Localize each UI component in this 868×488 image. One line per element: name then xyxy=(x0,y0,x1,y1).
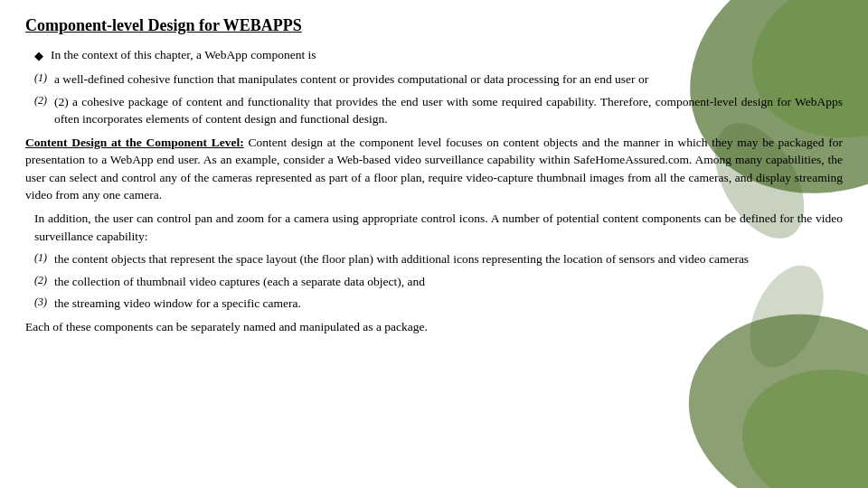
item-3-num: (3) xyxy=(34,296,54,309)
diamond-icon: ◆ xyxy=(34,49,43,63)
list-item: (2) the collection of thumbnail video ca… xyxy=(34,273,843,291)
closing-paragraph: Each of these components can be separate… xyxy=(25,318,843,336)
list-item: (3) the streaming video window for a spe… xyxy=(34,295,843,313)
addition-paragraph: In addition, the user can control pan an… xyxy=(34,210,843,245)
item-1-num: (1) xyxy=(34,71,54,85)
list-item: (2) (2) a cohesive package of content an… xyxy=(34,93,843,128)
item-2-num: (2) xyxy=(34,94,54,108)
item-1-text: the content objects that represent the s… xyxy=(54,250,843,268)
list-item: (1) the content objects that represent t… xyxy=(34,250,843,268)
list-item: (1) a well-defined cohesive function tha… xyxy=(34,70,843,89)
numbered-list-2: (1) the content objects that represent t… xyxy=(34,250,843,313)
intro-bullet: ◆ In the context of this chapter, a WebA… xyxy=(34,48,843,63)
item-1-num: (1) xyxy=(34,251,54,265)
content-design-paragraph: Content Design at the Component Level: C… xyxy=(25,134,843,204)
item-1-text: a well-defined cohesive function that ma… xyxy=(54,70,843,89)
page-title: Component-level Design for WEBAPPS xyxy=(25,16,843,35)
intro-bullet-text: In the context of this chapter, a WebApp… xyxy=(51,48,316,62)
content-design-heading: Content Design at the Component Level: xyxy=(25,136,244,149)
item-3-text: the streaming video window for a specifi… xyxy=(54,295,843,313)
item-2-text: (2) a cohesive package of content and fu… xyxy=(54,93,843,128)
numbered-list-1: (1) a well-defined cohesive function tha… xyxy=(34,70,843,128)
item-2-num: (2) xyxy=(34,274,54,287)
item-2-text: the collection of thumbnail video captur… xyxy=(54,273,843,291)
